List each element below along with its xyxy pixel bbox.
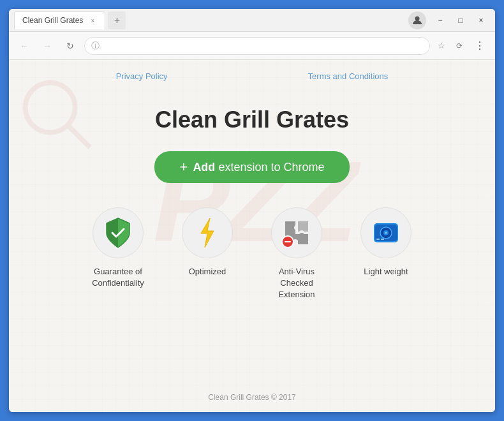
account-icon[interactable] bbox=[408, 11, 426, 29]
shield-icon bbox=[104, 217, 132, 249]
guarantee-icon-circle bbox=[93, 207, 144, 258]
puzzle-icon bbox=[280, 216, 313, 249]
svg-point-1 bbox=[26, 83, 75, 133]
main-content: Clean Grill Grates + Add extension to Ch… bbox=[83, 87, 421, 385]
add-extension-btn[interactable]: + Add extension to Chrome bbox=[154, 151, 350, 183]
page-content: PZZ Privacy Policy Terms and Conditions … bbox=[9, 60, 495, 412]
menu-btn[interactable]: ⋮ bbox=[471, 37, 489, 55]
new-tab-btn[interactable]: + bbox=[108, 11, 126, 29]
back-btn[interactable]: ← bbox=[15, 37, 33, 55]
privacy-policy-link[interactable]: Privacy Policy bbox=[116, 71, 168, 81]
url-input[interactable] bbox=[103, 41, 423, 50]
guarantee-label: Guarantee ofConfidentiality bbox=[92, 266, 144, 289]
close-btn[interactable]: × bbox=[472, 11, 490, 29]
maximize-btn[interactable]: □ bbox=[452, 11, 470, 29]
refresh-btn[interactable]: ↻ bbox=[61, 37, 79, 55]
lightweight-icon-circle bbox=[360, 207, 411, 258]
page-title: Clean Grill Grates bbox=[155, 107, 349, 133]
tab-close-btn[interactable]: × bbox=[88, 16, 97, 25]
info-icon: ⓘ bbox=[91, 40, 100, 52]
optimized-label: Optimized bbox=[189, 266, 226, 277]
lightning-icon bbox=[196, 217, 219, 249]
optimized-icon-circle bbox=[182, 207, 233, 258]
address-bar[interactable]: ⓘ bbox=[84, 37, 430, 55]
minus-badge bbox=[281, 235, 294, 248]
star-icon[interactable]: ☆ bbox=[435, 40, 448, 52]
antivirus-icon-circle bbox=[271, 207, 322, 258]
minimize-btn[interactable]: − bbox=[431, 11, 449, 29]
page-footer: Clean Grill Grates © 2017 bbox=[208, 385, 296, 412]
tab-title: Clean Grill Grates bbox=[22, 16, 83, 25]
svg-marker-3 bbox=[201, 218, 214, 247]
plus-icon: + bbox=[180, 160, 188, 174]
window-controls: − □ × bbox=[431, 11, 490, 29]
browser-tab[interactable]: Clean Grill Grates × bbox=[14, 11, 105, 29]
forward-btn[interactable]: → bbox=[38, 37, 56, 55]
tab-area: Clean Grill Grates × + bbox=[14, 11, 403, 29]
feature-lightweight: Light weight bbox=[351, 207, 421, 277]
hdd-icon bbox=[370, 217, 402, 249]
top-links: Privacy Policy Terms and Conditions bbox=[116, 60, 389, 87]
feature-antivirus: Anti-Virus CheckedExtension bbox=[262, 207, 332, 301]
title-bar: Clean Grill Grates × + − □ × bbox=[9, 9, 495, 32]
svg-rect-9 bbox=[376, 239, 380, 240]
feature-optimized: Optimized bbox=[172, 207, 242, 277]
features-row: Guarantee ofConfidentiality Optimized bbox=[83, 207, 421, 301]
lightweight-label: Light weight bbox=[364, 266, 408, 277]
nav-bar: ← → ↻ ⓘ ☆ ⟳ ⋮ bbox=[9, 32, 495, 60]
refresh-circle-icon[interactable]: ⟳ bbox=[453, 40, 466, 52]
svg-point-0 bbox=[415, 16, 420, 20]
browser-window: Clean Grill Grates × + − □ × ← → ↻ ⓘ ☆ ⟳… bbox=[9, 9, 495, 412]
svg-rect-10 bbox=[381, 239, 384, 240]
feature-guarantee: Guarantee ofConfidentiality bbox=[83, 207, 153, 289]
terms-conditions-link[interactable]: Terms and Conditions bbox=[308, 71, 389, 81]
antivirus-label: Anti-Virus CheckedExtension bbox=[262, 266, 332, 301]
add-btn-label: Add extension to Chrome bbox=[193, 161, 324, 174]
svg-point-8 bbox=[385, 232, 387, 234]
